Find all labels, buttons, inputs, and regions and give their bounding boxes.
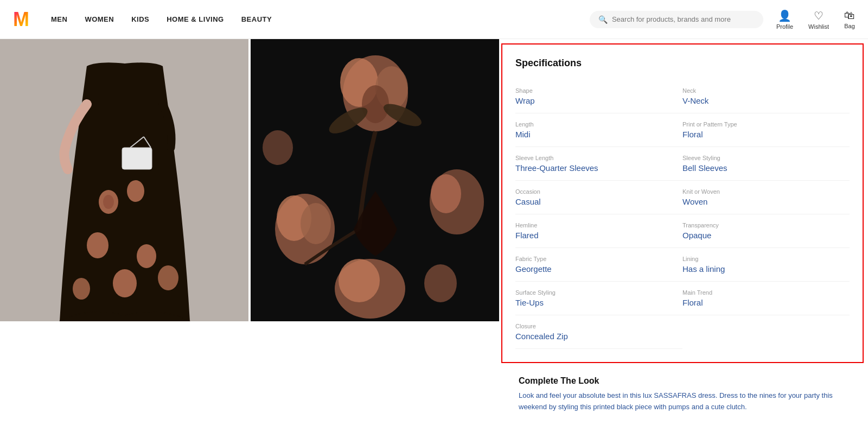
spec-transparency: Transparency Opaque [682, 214, 850, 248]
site-header: M MEN WOMEN KIDS HOME & LIVING BEAUTY 🔍 … [0, 0, 868, 39]
bag-button[interactable]: 🛍 Bag [844, 9, 855, 29]
spec-neck-label: Neck [682, 87, 843, 94]
profile-icon: 👤 [778, 9, 792, 22]
wishlist-button[interactable]: ♡ Wishlist [808, 9, 829, 30]
header-actions: 👤 Profile ♡ Wishlist 🛍 Bag [776, 9, 855, 30]
spec-knit-woven-value: Woven [682, 197, 843, 206]
search-input[interactable] [612, 15, 755, 23]
main-content: Specifications Shape Wrap Neck V-Neck Le… [0, 39, 868, 422]
product-image-left [0, 39, 248, 321]
spec-transparency-value: Opaque [682, 231, 843, 240]
profile-label: Profile [776, 23, 793, 30]
svg-point-5 [137, 244, 156, 268]
svg-point-24 [431, 174, 461, 213]
specifications-panel: Specifications Shape Wrap Neck V-Neck Le… [501, 43, 864, 363]
nav-women[interactable]: WOMEN [85, 15, 114, 23]
spec-main-trend-value: Floral [682, 298, 843, 307]
spec-sleeve-styling: Sleeve Styling Bell Sleeves [682, 147, 850, 181]
spec-sleeve-styling-value: Bell Sleeves [682, 163, 843, 173]
spec-sleeve-length-value: Three-Quarter Sleeves [515, 163, 676, 173]
spec-shape-label: Shape [515, 87, 676, 94]
specs-title: Specifications [515, 58, 850, 69]
svg-point-2 [103, 195, 114, 209]
spec-empty [682, 315, 850, 349]
svg-point-17 [362, 85, 389, 123]
spec-closure-value: Concealed Zip [515, 332, 676, 341]
spec-length-label: Length [515, 121, 676, 128]
wishlist-label: Wishlist [808, 23, 829, 30]
spec-occasion-label: Occasion [515, 188, 676, 195]
spec-lining-value: Has a lining [682, 264, 843, 274]
svg-point-26 [339, 259, 380, 302]
specs-grid: Shape Wrap Neck V-Neck Length Midi Print… [515, 80, 850, 349]
nav-kids[interactable]: KIDS [131, 15, 149, 23]
profile-button[interactable]: 👤 Profile [776, 9, 793, 30]
spec-print-pattern-label: Print or Pattern Type [682, 121, 843, 128]
spec-closure-label: Closure [515, 323, 676, 329]
complete-look-section: Complete The Look Look and feel your abs… [506, 367, 864, 422]
spec-lining-label: Lining [682, 256, 843, 262]
spec-surface-styling-label: Surface Styling [515, 289, 676, 296]
dress-illustration-left [0, 39, 248, 321]
svg-point-27 [424, 264, 457, 302]
main-nav: MEN WOMEN KIDS HOME & LIVING BEAUTY [51, 15, 577, 23]
search-icon: 🔍 [598, 15, 608, 24]
spec-sleeve-length: Sleeve Length Three-Quarter Sleeves [515, 147, 682, 181]
complete-look-text: Look and feel your absolute best in this… [519, 390, 851, 413]
spec-occasion: Occasion Casual [515, 181, 682, 214]
nav-beauty[interactable]: BEAUTY [241, 15, 272, 23]
svg-point-3 [127, 180, 144, 202]
spec-neck: Neck V-Neck [682, 80, 850, 113]
spec-length-value: Midi [515, 130, 676, 139]
nav-home-living[interactable]: HOME & LIVING [167, 15, 224, 23]
wishlist-icon: ♡ [814, 9, 824, 22]
spec-print-pattern: Print or Pattern Type Floral [682, 113, 850, 147]
svg-rect-9 [122, 148, 152, 169]
spec-knit-woven-label: Knit or Woven [682, 188, 843, 195]
spec-surface-styling-value: Tie-Ups [515, 298, 676, 307]
right-panel: Specifications Shape Wrap Neck V-Neck Le… [501, 39, 868, 422]
svg-point-6 [113, 269, 137, 297]
spec-shape-value: Wrap [515, 96, 676, 105]
search-bar[interactable]: 🔍 [590, 11, 763, 28]
fabric-illustration [251, 39, 499, 321]
spec-fabric-type: Fabric Type Georgette [515, 248, 682, 282]
svg-point-8 [158, 265, 178, 290]
svg-point-22 [301, 203, 331, 244]
svg-point-4 [87, 232, 108, 258]
spec-lining: Lining Has a lining [682, 248, 850, 282]
spec-transparency-label: Transparency [682, 222, 843, 228]
spec-fabric-type-value: Georgette [515, 264, 676, 274]
complete-look-title: Complete The Look [519, 376, 851, 386]
spec-neck-value: V-Neck [682, 96, 843, 105]
spec-hemline-label: Hemline [515, 222, 676, 228]
spec-surface-styling: Surface Styling Tie-Ups [515, 282, 682, 315]
spec-fabric-type-label: Fabric Type [515, 256, 676, 262]
spec-length: Length Midi [515, 113, 682, 147]
spec-occasion-value: Casual [515, 197, 676, 206]
spec-closure: Closure Concealed Zip [515, 315, 682, 349]
svg-point-7 [73, 278, 90, 300]
nav-men[interactable]: MEN [51, 15, 67, 23]
spec-sleeve-length-label: Sleeve Length [515, 155, 676, 161]
product-images [0, 39, 499, 422]
spec-knit-woven: Knit or Woven Woven [682, 181, 850, 214]
spec-main-trend-label: Main Trend [682, 289, 843, 296]
svg-point-28 [263, 130, 293, 165]
spec-hemline-value: Flared [515, 231, 676, 240]
spec-shape: Shape Wrap [515, 80, 682, 113]
spec-print-pattern-value: Floral [682, 130, 843, 139]
bag-icon: 🛍 [844, 9, 855, 22]
spec-sleeve-styling-label: Sleeve Styling [682, 155, 843, 161]
spec-main-trend: Main Trend Floral [682, 282, 850, 315]
product-image-right [251, 39, 499, 321]
spec-hemline: Hemline Flared [515, 214, 682, 248]
bag-label: Bag [844, 23, 855, 29]
site-logo[interactable]: M [13, 10, 29, 29]
